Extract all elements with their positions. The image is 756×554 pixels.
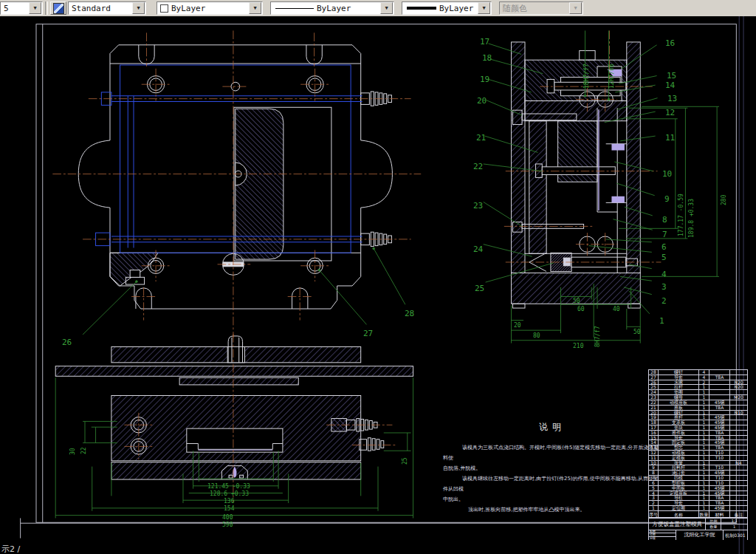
notes-title: 说明	[443, 421, 662, 434]
callout-label: 25	[475, 284, 484, 293]
linetype-dropdown[interactable]: ByLayer ▼	[270, 1, 394, 15]
bom-row: 4定模座板145钢	[649, 491, 747, 496]
color-dropdown[interactable]: ByLayer ▼	[157, 1, 263, 15]
organization: 沈阳化工学院	[676, 530, 724, 540]
bom-row: 3导柱1T8A	[649, 496, 747, 501]
bom-row: 12动模板1T10	[649, 451, 747, 456]
dimension-text: 590	[222, 522, 233, 528]
text-style-value: Standard	[69, 4, 131, 13]
bom-rows: 28螺钉427导套4T8A26水嘴2N2025拉杆1N2024垫圈123螺母1M…	[649, 370, 747, 511]
bom-row: 8浇口套145钢	[649, 471, 747, 476]
text-style-dropdown[interactable]: Standard ▼	[68, 1, 146, 15]
callout-label: 22	[473, 163, 483, 171]
dimension-text: 280	[721, 195, 727, 205]
callout-label: 26	[62, 338, 72, 346]
chevron-down-icon[interactable]: ▼	[478, 2, 490, 14]
dimension-text: 210	[573, 343, 583, 349]
class-name: 机制0301	[724, 530, 747, 540]
callout-label: 12	[665, 109, 675, 117]
callout-label: 7	[662, 230, 667, 239]
bom-row: 24垫圈1	[649, 390, 747, 395]
callout-label: 28	[405, 310, 414, 318]
color-swatch-icon	[160, 4, 168, 13]
bom-row: 6型腔板1T10	[649, 481, 747, 486]
dimension-text: 40	[613, 307, 620, 312]
linetype-value: ByLayer	[314, 4, 379, 13]
bom-row: 21推板1T8A	[649, 406, 747, 411]
dimension-text: 154	[224, 506, 234, 512]
bom-row: 5中间板145钢	[649, 486, 747, 491]
notes-line: 该模具继续往左移动一定距离时,由于拉钉(件25)的作用,使中间板不能再移动,从而…	[443, 473, 662, 494]
callout-label: 11	[665, 134, 675, 142]
cooling-channels	[96, 65, 362, 253]
bom-header: 序号名称数量材料备注	[649, 511, 747, 518]
qty-label: 数量	[706, 524, 721, 530]
dimension-text: 22	[81, 447, 87, 454]
right-section-view	[512, 42, 641, 308]
dimension-text: 136	[224, 499, 234, 505]
bom-row: 25拉杆1N20	[649, 385, 747, 390]
bom-row: 16推件板1T8A	[649, 431, 747, 436]
bom-row: 27导套4T8A	[649, 375, 747, 380]
top-toolbar: 5 ▼ Standard ▼ ByLayer ▼ ByLayer ▼ ByLay…	[0, 0, 756, 17]
layer-dropdown[interactable]: 5 ▼	[0, 1, 43, 15]
signature-cells: 制图 描图 审核	[649, 530, 676, 540]
dimension-text: 8H7/f7	[595, 326, 601, 347]
callout-label: 17	[480, 38, 489, 46]
chevron-down-icon[interactable]: ▼	[132, 2, 145, 14]
chevron-down-icon[interactable]: ▼	[249, 2, 261, 14]
scale-value: 1:1	[721, 519, 747, 524]
dimension-text: 128.6 +0.33	[210, 491, 249, 497]
bom-row: 11定模板1T10	[649, 456, 747, 461]
bom-header-row: 序号名称数量材料备注	[649, 511, 747, 518]
callout-label: 4	[662, 270, 667, 278]
cad-viewport[interactable]: 1718192021222324251615141312111098765432…	[0, 16, 756, 554]
bom-row: 28螺钉4	[649, 370, 747, 375]
bom-row: 17垫块145钢	[649, 425, 747, 431]
callout-label: 14	[665, 81, 675, 89]
text-style-icon	[53, 3, 64, 14]
dimension-text: 20	[514, 323, 521, 329]
text-style-button[interactable]	[50, 1, 66, 15]
lineweight-sample-icon	[407, 7, 436, 10]
notes-line: 该模具为三板式点浇口结构。开模时,中间板(件5)随定模先移动一定距离,分开后浇道…	[443, 442, 662, 463]
dimension-text: 60	[577, 307, 585, 312]
dimension-text: 25	[402, 457, 408, 465]
callout-label: 23	[473, 202, 483, 210]
callout-label: 19	[480, 75, 489, 83]
bom-row: 23螺母1M20	[649, 395, 747, 400]
callout-label: 18	[482, 54, 492, 62]
callout-label: 13	[667, 95, 677, 103]
bom-row: 1定位圈145钢	[649, 506, 747, 511]
plotstyle-dropdown: 随颜色 ▼	[499, 1, 583, 15]
notes-line: 中脱出。	[443, 494, 662, 505]
callout-label: 2	[662, 297, 667, 305]
notes-line: 顶出时,推板向前移,把塑件牢牢地从凸模中顶出来。	[443, 505, 662, 515]
chevron-down-icon[interactable]: ▼	[29, 2, 41, 14]
lineweight-dropdown[interactable]: ByLayer ▼	[402, 1, 492, 15]
bom-row: 10弹簧1N4	[649, 461, 747, 466]
chevron-down-icon[interactable]: ▼	[380, 2, 393, 14]
bom-row: 14固定板145钢	[649, 440, 747, 445]
notes-block: 说明 该模具为三板式点浇口结构。开模时,中间板(件5)随定模先移动一定距离,分开…	[443, 421, 662, 515]
drawing-title: 方便饭盒盖注塑模具	[649, 519, 706, 530]
dimension-text: 400	[222, 515, 233, 521]
cell-label: 审核	[649, 537, 676, 540]
color-value: ByLayer	[168, 4, 248, 13]
bom-row: 2导套1T8A	[649, 501, 747, 506]
callout-label: 10	[662, 170, 672, 178]
bom-row: 19推杆145钢	[649, 415, 747, 420]
callout-label: 27	[363, 329, 373, 338]
dimension-text: 80	[533, 333, 540, 339]
bom-row: 7凹模1T10	[649, 476, 747, 481]
callout-label: 6	[662, 243, 667, 251]
layer-dropdown-value: 5	[1, 4, 28, 13]
plotstyle-value: 随颜色	[500, 3, 568, 14]
callout-label: 3	[662, 283, 667, 291]
status-text: 示2 /	[1, 544, 20, 554]
toolbar-separator	[45, 1, 48, 15]
dimension-text: 12H7/n6	[609, 64, 615, 89]
bom-row: 20螺钉1N10	[649, 411, 747, 416]
dimension-text: 18H7/f7	[584, 64, 590, 89]
bom-row: 9拉料杆1T10	[649, 465, 747, 471]
